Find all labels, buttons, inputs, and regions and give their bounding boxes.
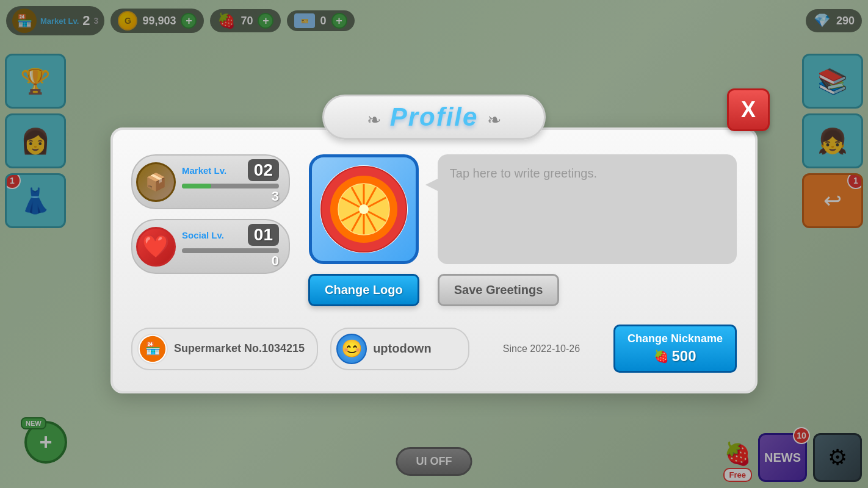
profile-modal: ❧ Profile ❧ X 📦	[110, 95, 758, 393]
save-greetings-button[interactable]: Save Greetings	[438, 274, 560, 306]
logo-display	[309, 154, 419, 264]
market-top-row: Market Lv. 02	[182, 159, 279, 181]
greetings-placeholder: Tap here to write greetings.	[450, 167, 597, 180]
modal-content: 📦 Market Lv. 02 3	[131, 154, 737, 306]
profile-title-banner: ❧ Profile ❧ X	[110, 95, 758, 140]
heart-icon: ❤️	[142, 234, 170, 259]
supermarket-icon: 🏪	[137, 334, 168, 364]
orange-logo-svg	[318, 163, 410, 255]
username-badge: 😊 uptodown	[330, 328, 469, 370]
left-ornament: ❧	[367, 110, 381, 129]
strawberry-cost-icon: 🍓	[654, 349, 669, 364]
market-lv-card: 📦 Market Lv. 02 3	[131, 154, 290, 209]
social-stat-inner: Social Lv. 01 0	[182, 224, 279, 269]
change-logo-button[interactable]: Change Logo	[308, 274, 419, 306]
close-button[interactable]: X	[727, 88, 770, 131]
modal-overlay: ❧ Profile ❧ X 📦	[0, 0, 868, 488]
change-nickname-button[interactable]: Change Nickname 🍓 500	[613, 325, 737, 373]
username-text: uptodown	[373, 342, 432, 356]
greetings-section: Tap here to write greetings. Save Greeti…	[438, 154, 737, 306]
market-stat-inner: Market Lv. 02 3	[182, 159, 279, 204]
social-lv-progress: 0	[182, 253, 279, 269]
user-avatar: 😊	[336, 334, 367, 364]
market-stat-icon: 📦	[136, 162, 176, 202]
nickname-cost-amount: 500	[671, 348, 696, 365]
market-lv-stat-label: Market Lv.	[182, 165, 226, 176]
social-top-row: Social Lv. 01	[182, 224, 279, 246]
change-nickname-label: Change Nickname	[627, 332, 723, 345]
social-progress-bar-bg	[182, 248, 279, 253]
profile-title-box: ❧ Profile ❧	[322, 95, 546, 140]
social-lv-card: ❤️ Social Lv. 01 0	[131, 219, 290, 274]
logo-section: Change Logo	[308, 154, 419, 306]
nickname-cost-row: 🍓 500	[654, 348, 696, 365]
market-lv-progress: 3	[182, 188, 279, 204]
bottom-info-row: 🏪 Supermarket No.1034215 😊 uptodown Sinc…	[131, 325, 737, 373]
social-stat-icon: ❤️	[136, 227, 176, 267]
supermarket-name-text: Supermarket No.1034215	[174, 342, 305, 355]
right-ornament: ❧	[487, 110, 501, 129]
market-progress-bar	[182, 184, 211, 188]
market-progress-bar-bg	[182, 184, 279, 188]
supermarket-badge: 🏪 Supermarket No.1034215	[131, 328, 318, 370]
modal-body: 📦 Market Lv. 02 3	[110, 127, 758, 393]
since-date-text: Since 2022-10-26	[482, 343, 601, 354]
svg-point-9	[359, 204, 369, 214]
social-lv-stat-num: 01	[248, 224, 279, 246]
greetings-input-area[interactable]: Tap here to write greetings.	[438, 154, 737, 264]
svg-text:🏪: 🏪	[145, 341, 161, 356]
social-lv-stat-label: Social Lv.	[182, 230, 224, 240]
market-box-icon: 📦	[145, 172, 167, 192]
market-lv-stat-num: 02	[248, 159, 279, 181]
profile-title: Profile	[390, 102, 479, 131]
stats-section: 📦 Market Lv. 02 3	[131, 154, 290, 274]
